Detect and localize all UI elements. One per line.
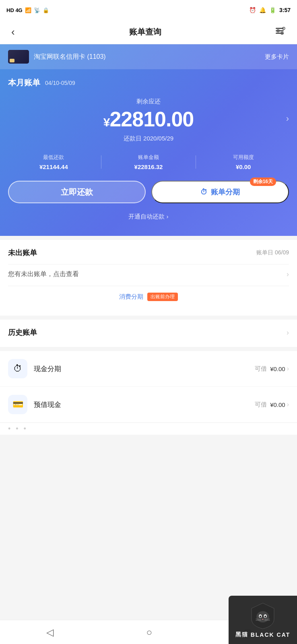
banner-badge: 出账前办理 [147,293,178,301]
cash-installment-value: ¥0.00 [270,365,285,372]
stat-credit-label: 可用额度 [196,154,291,161]
preborrow-icon-wrap: 💳 [8,395,27,414]
signal-icon: 📶 [25,7,31,13]
black-cat-watermark: 黑猫 BLACK CAT [229,596,297,644]
more-cards-link[interactable]: 更多卡片 [265,53,289,61]
stat-available-credit: 可用额度 ¥0.00 [196,154,291,170]
history-title: 历史账单 [8,328,37,337]
preborrow-name: 预借现金 [34,400,255,409]
installment-banner[interactable]: 消费分期 出账前办理 [8,286,289,308]
notification-icon: 🔔 [259,7,266,13]
unbilled-date: 账单日 06/09 [256,249,289,256]
stat-min-payment: 最低还款 ¥21144.44 [6,154,101,170]
black-cat-chinese: 黑猫 [235,631,248,638]
stat-bill-value: ¥22816.32 [101,163,196,170]
ellipsis: • • • [8,425,28,433]
banner-text: 消费分期 [119,293,143,301]
alarm-icon: ⏰ [249,7,256,13]
stat-min-label: 最低还款 [6,154,101,161]
more-products-placeholder: • • • [0,423,297,435]
unbilled-row[interactable]: 您有未出账单，点击查看 › [8,264,289,284]
installment-icon: ⏱ [200,188,208,196]
bill-header: 本月账单 04/10-05/09 [0,69,297,91]
page-title: 账单查询 [129,27,161,37]
card-thumbnail [8,50,29,64]
black-cat-logo-svg [249,601,277,630]
cash-installment-icon-wrap: ⏱ [8,359,27,378]
auto-pay-link[interactable]: 开通自动还款 › [0,207,297,226]
history-chevron: › [287,328,289,337]
preborrow-label: 可借 [255,401,267,409]
nav-back-button[interactable]: ◁ [37,623,63,641]
installment-button[interactable]: 剩余16天 ⏱ 账单分期 [151,181,289,203]
amount-detail-chevron[interactable]: › [286,114,289,124]
unbilled-section: 未出账单 账单日 06/09 您有未出账单，点击查看 › 消费分期 出账前办理 [0,240,297,316]
network-status: HD 4G [6,7,23,13]
history-header[interactable]: 历史账单 › [8,328,289,339]
back-button[interactable]: ‹ [8,23,18,41]
installment-label: 账单分期 [211,187,240,197]
cash-installment-name: 现金分期 [34,364,255,374]
amount-section: 剩余应还 ¥22810.00 还款日 2020/05/29 › [0,91,297,146]
blue-card-section: 淘宝网联名信用卡 (1103) 更多卡片 本月账单 04/10-05/09 剩余… [0,44,297,236]
unbilled-chevron: › [287,270,289,279]
unbilled-header: 未出账单 账单日 06/09 [8,248,289,258]
bill-date-range: 04/10-05/09 [45,80,75,86]
pay-now-button[interactable]: 立即还款 [8,181,146,203]
svg-rect-2 [276,33,284,34]
settings-icon [275,26,287,38]
stat-bill-amount: 账单金额 ¥22816.32 [101,154,196,170]
unbilled-title: 未出账单 [8,248,37,258]
amount-value: ¥22810.00 [8,108,289,131]
action-buttons: 立即还款 剩余16天 ⏱ 账单分期 [0,174,297,207]
nav-home-button[interactable]: ○ [136,623,162,641]
wifi-icon: 📡 [34,7,40,13]
cash-installment-icon: ⏱ [13,363,22,374]
security-icon: 🔒 [43,7,49,13]
card-chip [10,59,14,62]
preborrow-value: ¥0.00 [270,401,285,408]
stat-credit-value: ¥0.00 [196,163,291,170]
svg-point-11 [260,615,261,617]
preborrow-chevron: › [287,401,289,408]
unbilled-text: 您有未出账单，点击查看 [8,270,79,279]
cash-installment-label: 可借 [255,365,267,373]
product-cash-installment[interactable]: ⏱ 现金分期 可借 ¥0.00 › [0,351,297,387]
bill-title: 本月账单 [8,77,40,88]
products-section: ⏱ 现金分期 可借 ¥0.00 › 💳 预借现金 可借 ¥0.00 › • • … [0,351,297,435]
product-preborrow[interactable]: 💳 预借现金 可借 ¥0.00 › [0,387,297,423]
svg-point-6 [256,611,269,623]
black-cat-english: BLACK CAT [251,632,291,638]
card-info: 淘宝网联名信用卡 (1103) [8,50,106,64]
status-right: ⏰ 🔔 🔋 3:57 [249,7,291,13]
currency-symbol: ¥ [103,116,110,129]
history-section: 历史账单 › [0,320,297,347]
header: ‹ 账单查询 [0,20,297,44]
stat-bill-label: 账单金额 [101,154,196,161]
remaining-label: 剩余应还 [8,98,289,105]
svg-point-12 [264,615,266,617]
status-left: HD 4G 📶 📡 🔒 [6,7,49,13]
battery-icon: 🔋 [269,7,276,13]
days-badge: 剩余16天 [250,178,276,186]
preborrow-icon: 💳 [12,399,23,410]
status-bar: HD 4G 📶 📡 🔒 ⏰ 🔔 🔋 3:57 [0,0,297,20]
card-selector[interactable]: 淘宝网联名信用卡 (1103) 更多卡片 [0,44,297,69]
stat-min-value: ¥21144.44 [6,163,101,170]
clock: 3:57 [279,7,291,13]
card-name: 淘宝网联名信用卡 (1103) [34,53,106,61]
auto-pay-text: 开通自动还款 › [128,213,168,221]
due-date: 还款日 2020/05/29 [8,135,289,142]
stats-row: 最低还款 ¥21144.44 账单金额 ¥22816.32 可用额度 ¥0.00 [0,146,297,174]
cash-installment-chevron: › [287,365,289,372]
settings-icon-button[interactable] [273,24,289,40]
